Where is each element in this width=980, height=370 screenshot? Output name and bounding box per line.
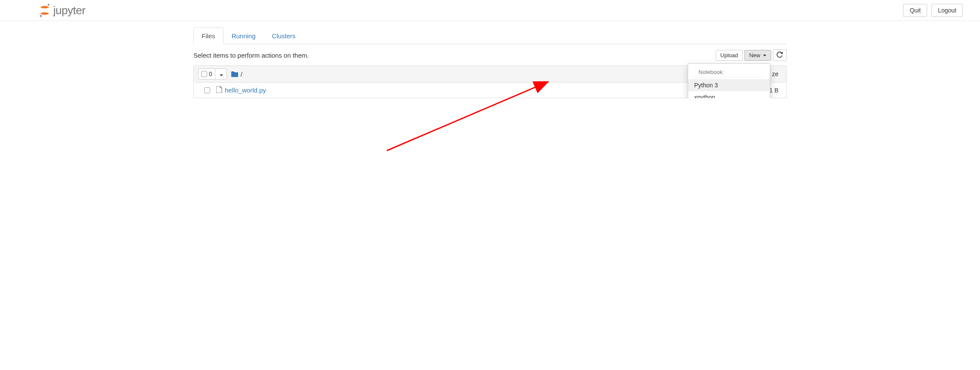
select-all-check[interactable]: 0	[199, 69, 215, 79]
dropdown-item-python3[interactable]: Python 3	[688, 79, 770, 91]
logo-area: jupyter	[39, 3, 86, 17]
new-button-label: New	[749, 52, 760, 59]
logo-text: jupyter	[53, 4, 86, 17]
upload-button[interactable]: Upload	[716, 50, 743, 61]
jupyter-logo[interactable]: jupyter	[39, 3, 86, 17]
app-header: jupyter Quit Logout	[0, 0, 980, 21]
toolbar-row: Select items to perform actions on them.…	[193, 49, 787, 61]
new-dropdown-menu: Notebook: Python 3 xpython Other: Text F…	[688, 63, 770, 98]
tab-running[interactable]: Running	[224, 28, 264, 44]
caret-down-icon	[763, 55, 766, 56]
refresh-button[interactable]	[773, 49, 787, 61]
tab-files[interactable]: Files	[193, 28, 224, 44]
dropdown-item-xpython[interactable]: xpython	[688, 91, 770, 98]
select-dropdown-toggle[interactable]	[215, 69, 227, 79]
new-button[interactable]: New	[744, 50, 771, 61]
file-icon	[216, 86, 222, 94]
hint-text: Select items to perform actions on them.	[193, 52, 309, 59]
header-buttons: Quit Logout	[903, 4, 963, 17]
toolbar-buttons: Upload New Notebook: Python 3 xpython Ot…	[716, 49, 787, 61]
logout-button[interactable]: Logout	[931, 4, 963, 17]
quit-button[interactable]: Quit	[903, 4, 927, 17]
dropdown-header-notebook: Notebook:	[692, 66, 766, 77]
tab-clusters[interactable]: Clusters	[264, 28, 304, 44]
breadcrumb-root[interactable]: /	[241, 71, 242, 78]
file-link[interactable]: hello_world.py	[225, 86, 266, 94]
selected-count: 0	[209, 71, 212, 77]
checkbox-icon	[201, 71, 207, 77]
svg-point-0	[48, 4, 49, 6]
folder-icon[interactable]	[231, 71, 238, 77]
file-checkbox[interactable]	[204, 87, 210, 93]
refresh-icon	[777, 52, 783, 58]
jupyter-logo-icon	[39, 3, 51, 17]
main-container: Files Running Clusters Select items to p…	[185, 28, 795, 98]
svg-point-1	[40, 15, 42, 17]
file-size: 1 B	[769, 87, 782, 94]
checkbox-icon	[204, 87, 210, 93]
tabs: Files Running Clusters	[193, 28, 787, 44]
breadcrumb: /	[231, 71, 242, 78]
caret-down-icon	[220, 74, 223, 76]
select-all-box: 0	[198, 68, 227, 80]
